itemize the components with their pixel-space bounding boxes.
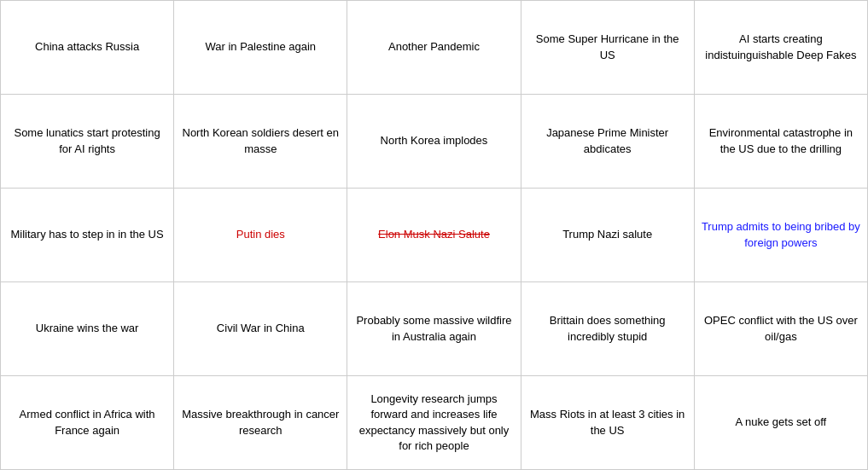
cell-text-r1c2: North Korea implodes <box>381 134 488 147</box>
cell-text-r1c4: Environmental catastrophe in the US due … <box>709 126 853 154</box>
cell-r0c0[interactable]: China attacks Russia <box>1 1 174 95</box>
cell-r3c1[interactable]: Civil War in China <box>174 282 347 376</box>
cell-text-r2c2: Elon Musk Nazi Salute <box>378 228 490 241</box>
cell-r4c4[interactable]: A nuke gets set off <box>694 376 867 470</box>
cell-r1c0[interactable]: Some lunatics start protesting for AI ri… <box>1 95 174 189</box>
cell-text-r3c3: Brittain does something incredibly stupi… <box>550 314 666 342</box>
cell-r2c1[interactable]: Putin dies <box>174 189 347 282</box>
cell-r4c3[interactable]: Mass Riots in at least 3 cities in the U… <box>521 376 694 470</box>
cell-r3c0[interactable]: Ukraine wins the war <box>1 282 174 376</box>
cell-text-r0c1: War in Palestine again <box>205 40 316 53</box>
bingo-grid: China attacks RussiaWar in Palestine aga… <box>0 0 868 470</box>
cell-text-r4c0: Armed conflict in Africa with France aga… <box>20 408 155 436</box>
cell-text-r2c0: Military has to step in in the US <box>10 228 163 241</box>
cell-r3c3[interactable]: Brittain does something incredibly stupi… <box>521 282 694 376</box>
cell-text-r1c1: North Korean soldiers desert en masse <box>183 126 340 154</box>
cell-r1c3[interactable]: Japanese Prime Minister abdicates <box>521 95 694 189</box>
cell-text-r4c4: A nuke gets set off <box>736 415 827 428</box>
cell-r4c0[interactable]: Armed conflict in Africa with France aga… <box>1 376 174 470</box>
cell-r2c4[interactable]: Trump admits to being bribed by foreign … <box>694 189 867 282</box>
cell-text-r3c0: Ukraine wins the war <box>36 322 139 334</box>
cell-text-r2c1: Putin dies <box>236 228 285 241</box>
cell-r1c4[interactable]: Environmental catastrophe in the US due … <box>694 95 867 189</box>
cell-r0c2[interactable]: Another Pandemic <box>347 1 521 95</box>
cell-r2c0[interactable]: Military has to step in in the US <box>1 189 174 282</box>
cell-r2c3[interactable]: Trump Nazi salute <box>521 189 694 282</box>
cell-text-r0c4: AI starts creating indistuinguishable De… <box>705 32 856 61</box>
cell-text-r3c4: OPEC conflict with the US over oil/gas <box>704 314 858 342</box>
cell-r0c4[interactable]: AI starts creating indistuinguishable De… <box>694 1 867 95</box>
cell-r0c1[interactable]: War in Palestine again <box>174 1 347 95</box>
cell-text-r4c2: Longevity research jumps forward and inc… <box>359 392 510 452</box>
cell-r3c4[interactable]: OPEC conflict with the US over oil/gas <box>694 282 867 376</box>
cell-r3c2[interactable]: Probably some massive wildfire in Austra… <box>347 282 521 376</box>
cell-text-r3c1: Civil War in China <box>217 322 305 334</box>
cell-r4c2[interactable]: Longevity research jumps forward and inc… <box>347 376 521 470</box>
cell-r0c3[interactable]: Some Super Hurricane in the US <box>521 1 694 95</box>
cell-r2c2[interactable]: Elon Musk Nazi Salute <box>347 189 521 282</box>
cell-text-r1c0: Some lunatics start protesting for AI ri… <box>14 126 160 154</box>
cell-text-r4c3: Mass Riots in at least 3 cities in the U… <box>530 408 684 436</box>
cell-text-r2c4: Trump admits to being bribed by foreign … <box>702 220 860 248</box>
cell-text-r0c0: China attacks Russia <box>35 40 139 53</box>
cell-text-r3c2: Probably some massive wildfire in Austra… <box>356 314 511 342</box>
cell-r4c1[interactable]: Massive breakthrough in cancer research <box>174 376 347 470</box>
cell-text-r1c3: Japanese Prime Minister abdicates <box>546 126 668 154</box>
cell-r1c1[interactable]: North Korean soldiers desert en masse <box>174 95 347 189</box>
cell-text-r4c1: Massive breakthrough in cancer research <box>182 408 339 436</box>
cell-text-r0c2: Another Pandemic <box>388 40 480 53</box>
cell-r1c2[interactable]: North Korea implodes <box>347 95 521 189</box>
cell-text-r2c3: Trump Nazi salute <box>562 228 652 241</box>
cell-text-r0c3: Some Super Hurricane in the US <box>536 32 679 61</box>
